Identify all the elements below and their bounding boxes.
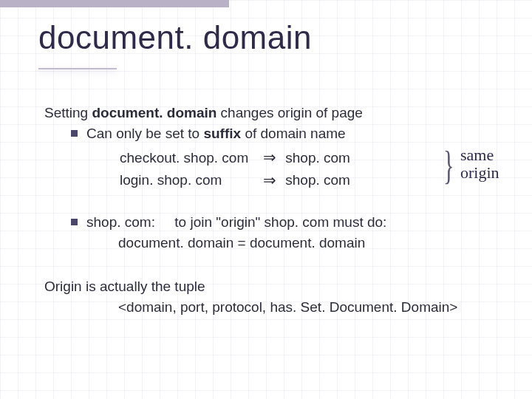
- text: to join "origin" shop. com must do:: [174, 214, 386, 230]
- text-bold: suffix: [203, 126, 241, 141]
- text: origin: [460, 163, 499, 182]
- p2-line2: document. domain = document. domain: [118, 233, 510, 253]
- text-bold: document. domain: [92, 105, 216, 120]
- table-row: login. shop. com ⇒ shop. com: [120, 170, 356, 191]
- slide-body: Setting document. domain changes origin …: [44, 103, 510, 317]
- example-from: checkout. shop. com: [120, 147, 254, 168]
- arrow-icon: ⇒: [256, 147, 284, 168]
- accent-bar: [0, 0, 229, 7]
- p2: shop. com: to join "origin" shop. com mu…: [44, 213, 510, 252]
- p1-lead: Setting document. domain changes origin …: [44, 103, 510, 123]
- text: Origin is actually the tuple: [44, 279, 205, 294]
- table-row: checkout. shop. com ⇒ shop. com: [120, 147, 356, 168]
- slide-title: document. domain: [38, 19, 312, 56]
- arrow-icon: ⇒: [256, 170, 284, 191]
- text: Can only be set to: [86, 126, 203, 141]
- text: document. domain = document. domain: [118, 235, 365, 250]
- example-table: checkout. shop. com ⇒ shop. com login. s…: [118, 146, 358, 192]
- p3-line1: Origin is actually the tuple: [44, 277, 510, 296]
- p1-sub: Can only be set to suffix of domain name: [71, 124, 510, 143]
- p2-line1: shop. com: to join "origin" shop. com mu…: [71, 213, 510, 232]
- bullet-icon: [71, 219, 78, 225]
- text: of domain name: [241, 126, 346, 141]
- title-text: document. domain: [38, 19, 312, 55]
- text: Setting: [44, 105, 92, 120]
- example-to: shop. com: [285, 170, 356, 191]
- example-to: shop. com: [285, 147, 356, 168]
- title-underline: [38, 68, 117, 69]
- text: same: [460, 146, 494, 164]
- bullet-icon: [71, 130, 78, 137]
- text: changes origin of page: [216, 105, 363, 120]
- text: <domain, port, protocol, has. Set. Docum…: [118, 299, 457, 315]
- annotation: same origin: [460, 146, 499, 182]
- p3-line2: <domain, port, protocol, has. Set. Docum…: [118, 298, 510, 317]
- p3: Origin is actually the tuple <domain, po…: [44, 277, 510, 316]
- text: shop. com:: [86, 214, 155, 230]
- example-from: login. shop. com: [120, 170, 254, 191]
- curly-brace-icon: }: [443, 147, 454, 184]
